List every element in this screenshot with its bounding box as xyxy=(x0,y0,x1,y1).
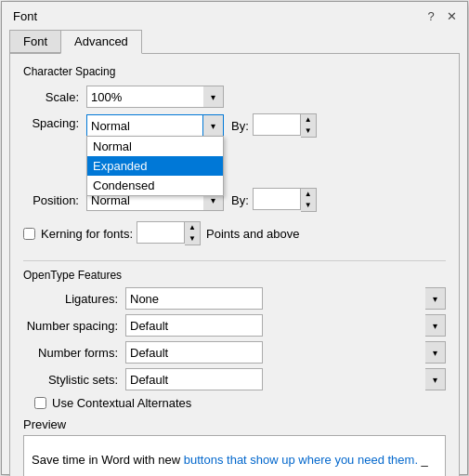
stylistic-select-wrapper: Default ▾ xyxy=(125,368,446,390)
tab-font[interactable]: Font xyxy=(9,30,60,53)
title-bar-left: Font xyxy=(13,9,37,23)
tab-bar: Font Advanced xyxy=(2,30,467,53)
number-forms-select[interactable]: Default xyxy=(125,341,263,364)
opentype-grid: Ligatures: None ▾ Number spacing: Defaul… xyxy=(23,287,446,390)
spacing-row: Spacing: ▾ By: ▲ ▼ xyxy=(23,113,446,138)
title-bar: Font ? ✕ xyxy=(2,2,467,28)
ligatures-select[interactable]: None xyxy=(125,287,263,310)
kerning-pts-input[interactable] xyxy=(137,221,185,244)
number-forms-label: Number forms: xyxy=(23,346,125,360)
position-spin-up[interactable]: ▲ xyxy=(301,189,316,200)
contextual-checkbox[interactable] xyxy=(34,397,46,409)
number-spacing-select[interactable]: Default xyxy=(125,314,263,337)
position-spinner-btns: ▲ ▼ xyxy=(301,188,317,212)
kerning-spinner-btns: ▲ ▼ xyxy=(185,221,201,245)
kerning-spin-down[interactable]: ▼ xyxy=(185,233,200,245)
spacing-by-input[interactable] xyxy=(253,113,301,136)
spacing-option-normal[interactable]: Normal xyxy=(87,137,223,156)
dialog-title: Font xyxy=(13,9,37,23)
contextual-row: Use Contextual Alternates xyxy=(23,396,446,410)
content-area: Character Spacing Scale: 100% ▾ Spacing:… xyxy=(9,53,460,476)
help-button[interactable]: ? xyxy=(423,7,439,24)
position-by-input[interactable] xyxy=(253,188,301,210)
spacing-dropdown-container: ▾ By: ▲ ▼ Normal Expanded Condens xyxy=(86,113,317,138)
kerning-row: Kerning for fonts: ▲ ▼ Points and above xyxy=(23,221,446,245)
stylistic-select[interactable]: Default xyxy=(125,368,263,390)
tab-advanced[interactable]: Advanced xyxy=(60,30,142,54)
number-spacing-select-wrapper: Default ▾ xyxy=(125,314,446,337)
preview-box: Save time in Word with new buttons that … xyxy=(23,435,446,476)
preview-text-normal: Save time in Word with new xyxy=(32,453,184,467)
position-label: Position: xyxy=(23,193,86,207)
kerning-spin-up[interactable]: ▲ xyxy=(185,222,200,233)
spacing-input[interactable] xyxy=(86,114,203,137)
spacing-option-condensed[interactable]: Condensed xyxy=(87,176,223,195)
spacing-spinner-btns: ▲ ▼ xyxy=(301,113,317,138)
close-button[interactable]: ✕ xyxy=(443,7,460,24)
spacing-by-label: By: xyxy=(231,119,249,133)
position-by-label: By: xyxy=(231,193,249,207)
ligatures-arrow-icon: ▾ xyxy=(425,287,446,310)
kerning-suffix: Points and above xyxy=(206,227,299,241)
kerning-spinner: ▲ ▼ xyxy=(137,221,201,245)
number-spacing-label: Number spacing: xyxy=(23,319,125,333)
preview-text-highlighted: buttons that show up where you need them… xyxy=(184,453,418,467)
number-forms-select-wrapper: Default ▾ xyxy=(125,341,446,364)
preview-cursor: _ xyxy=(418,453,428,467)
spacing-spin-down[interactable]: ▼ xyxy=(301,126,316,137)
preview-text: Save time in Word with new buttons that … xyxy=(32,453,428,467)
scale-select-wrapper: 100% ▾ xyxy=(86,86,224,108)
scale-select[interactable]: 100% xyxy=(86,86,224,108)
preview-section: Preview Save time in Word with new butto… xyxy=(23,417,446,476)
character-spacing-label: Character Spacing xyxy=(23,65,446,78)
position-spin-down[interactable]: ▼ xyxy=(301,200,316,211)
kerning-checkbox[interactable] xyxy=(23,228,35,240)
kerning-label: Kerning for fonts: xyxy=(41,227,133,241)
spacing-option-expanded[interactable]: Expanded xyxy=(87,156,223,176)
stylistic-label: Stylistic sets: xyxy=(23,373,125,387)
ligatures-select-wrapper: None ▾ xyxy=(125,287,446,310)
number-spacing-arrow-icon: ▾ xyxy=(425,314,446,337)
number-forms-arrow-icon: ▾ xyxy=(425,341,446,364)
contextual-label: Use Contextual Alternates xyxy=(52,396,191,410)
spacing-dropdown-menu: Normal Expanded Condensed xyxy=(86,136,224,196)
preview-label: Preview xyxy=(23,417,446,431)
stylistic-arrow-icon: ▾ xyxy=(425,368,446,390)
opentype-label: OpenType Features xyxy=(23,269,446,282)
scale-label: Scale: xyxy=(23,90,86,104)
spacing-label: Spacing: xyxy=(23,113,86,130)
divider xyxy=(23,260,446,261)
position-by-spinner: ▲ ▼ xyxy=(253,188,317,212)
scale-row: Scale: 100% ▾ xyxy=(23,86,446,108)
ligatures-label: Ligatures: xyxy=(23,292,125,306)
title-bar-right: ? ✕ xyxy=(423,7,460,24)
spacing-by-spinner: ▲ ▼ xyxy=(253,113,317,138)
spacing-arrow-icon: ▾ xyxy=(203,114,224,137)
spacing-spin-up[interactable]: ▲ xyxy=(301,114,316,126)
font-dialog: Font ? ✕ Font Advanced Character Spacing… xyxy=(1,1,468,475)
